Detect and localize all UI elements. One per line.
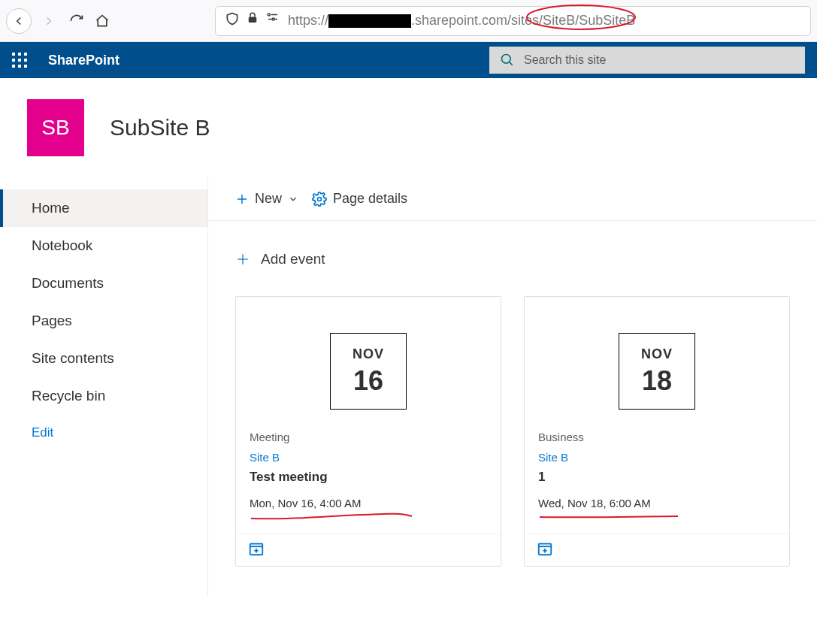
suite-title[interactable]: SharePoint	[48, 53, 120, 68]
event-title: 1	[538, 470, 776, 485]
address-bar[interactable]: https://.sharepoint.com/sites/SiteB/SubS…	[215, 6, 811, 36]
nav-label: Site contents	[32, 350, 114, 366]
event-month: NOV	[641, 346, 673, 362]
svg-rect-0	[249, 17, 257, 23]
reload-button[interactable]	[66, 8, 87, 34]
main-content: New Page details Add event NOV 16	[208, 177, 817, 597]
event-title: Test meeting	[250, 470, 487, 485]
nav-notebook[interactable]: Notebook	[0, 227, 207, 265]
event-month: NOV	[353, 346, 384, 362]
search-placeholder: Search this site	[524, 53, 606, 67]
nav-edit[interactable]: Edit	[0, 415, 207, 451]
annotation-underline	[250, 511, 415, 520]
lock-icon	[246, 11, 259, 30]
nav-pages[interactable]: Pages	[0, 302, 207, 340]
suite-header: SharePoint Search this site	[0, 42, 817, 78]
chevron-down-icon	[288, 194, 298, 204]
app-launcher-icon[interactable]	[12, 53, 27, 68]
event-date-box: NOV 16	[330, 333, 407, 410]
event-category: Business	[538, 431, 776, 443]
new-button[interactable]: New	[235, 191, 298, 207]
forward-button[interactable]	[36, 8, 62, 34]
event-card[interactable]: NOV 18 Business Site B 1 Wed, Nov 18, 6:…	[524, 296, 790, 567]
nav-site-contents[interactable]: Site contents	[0, 340, 207, 377]
svg-line-8	[510, 62, 513, 65]
add-event-label: Add event	[261, 251, 325, 268]
add-event-button[interactable]: Add event	[235, 251, 790, 268]
annotation-circle	[521, 1, 641, 31]
svg-point-3	[272, 18, 274, 20]
new-label: New	[255, 191, 282, 207]
page-details-button[interactable]: Page details	[312, 191, 407, 207]
event-date-box: NOV 18	[619, 333, 695, 410]
site-header: SB SubSite B	[0, 78, 817, 177]
search-box[interactable]: Search this site	[489, 47, 805, 74]
svg-point-11	[318, 197, 322, 201]
event-day: 16	[353, 365, 383, 397]
nav-label: Edit	[32, 425, 53, 440]
details-label: Page details	[333, 191, 407, 207]
event-site-link[interactable]: Site B	[538, 451, 776, 464]
nav-documents[interactable]: Documents	[0, 265, 207, 302]
nav-label: Documents	[32, 275, 104, 291]
browser-toolbar: https://.sharepoint.com/sites/SiteB/SubS…	[0, 0, 817, 42]
event-site-link[interactable]: Site B	[250, 451, 487, 464]
plus-icon	[235, 192, 249, 206]
back-button[interactable]	[6, 8, 32, 34]
calendar-add-icon[interactable]	[537, 546, 553, 559]
nav-label: Home	[32, 200, 70, 216]
plus-icon	[235, 252, 250, 267]
left-nav: Home Notebook Documents Pages Site conte…	[0, 177, 208, 597]
url-redacted	[328, 14, 411, 28]
site-title: SubSite B	[110, 115, 210, 141]
permission-icon	[265, 11, 280, 30]
nav-label: Recycle bin	[32, 388, 105, 404]
event-category: Meeting	[250, 431, 487, 443]
svg-point-7	[502, 55, 511, 64]
nav-label: Notebook	[32, 237, 92, 253]
search-icon	[500, 53, 515, 68]
annotation-underline	[538, 511, 681, 520]
gear-icon	[312, 192, 327, 207]
calendar-add-icon[interactable]	[248, 546, 265, 559]
event-time: Mon, Nov 16, 4:00 AM	[250, 497, 487, 509]
event-day: 18	[642, 365, 672, 397]
svg-point-1	[268, 14, 270, 16]
nav-home[interactable]: Home	[0, 189, 207, 227]
site-logo[interactable]: SB	[27, 99, 84, 156]
nav-recycle-bin[interactable]: Recycle bin	[0, 377, 207, 415]
shield-icon	[225, 11, 240, 30]
home-button[interactable]	[92, 8, 113, 34]
svg-point-6	[527, 5, 635, 29]
event-card[interactable]: NOV 16 Meeting Site B Test meeting Mon, …	[235, 296, 501, 567]
nav-label: Pages	[32, 313, 72, 328]
command-bar: New Page details	[208, 177, 817, 221]
event-time: Wed, Nov 18, 6:00 AM	[538, 497, 776, 509]
